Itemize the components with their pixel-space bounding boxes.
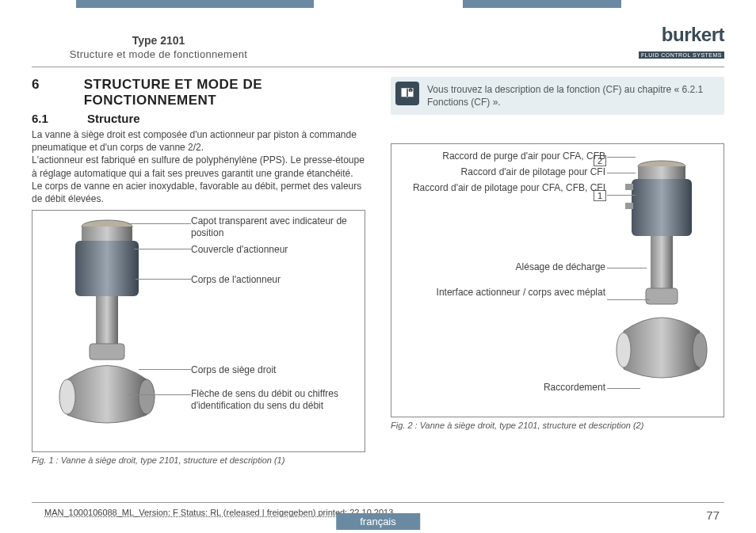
figure-1-caption: Fig. 1 : Vanne à siège droit, type 2101,… [32, 455, 365, 465]
info-note-text: Vous trouvez la description de la foncti… [427, 84, 703, 108]
svg-point-16 [617, 333, 631, 367]
svg-rect-13 [625, 203, 633, 209]
svg-point-6 [139, 379, 155, 414]
fig1-label-4: Corps de siège droit [191, 364, 276, 375]
paragraph-1: La vanne à siège droit est composée d'un… [32, 128, 365, 154]
fig2-label-5: Interface actionneur / corps avec méplat [399, 287, 605, 298]
leader-line [136, 279, 191, 280]
svg-point-17 [693, 333, 707, 367]
page-header: Type 2101 Structure et mode de fonctionn… [32, 13, 724, 60]
fig2-label-6: Raccordement [399, 382, 605, 393]
heading-6-1-num: 6.1 [32, 112, 63, 125]
top-accent-right [463, 0, 621, 8]
page-top-tabs [0, 0, 756, 8]
svg-rect-3 [96, 296, 118, 344]
fig2-label-2: Raccord d'air de pilotage pour CFI [399, 166, 605, 177]
leader-line [128, 394, 191, 395]
language-tab: français [336, 513, 420, 530]
fig2-label-3: Raccord d'air de pilotage pour CFA, CFB,… [399, 182, 605, 193]
figure-2-caption: Fig. 2 : Vanne à siège droit, type 2101,… [391, 421, 724, 430]
book-info-icon: i [395, 82, 419, 105]
logo-text: burkert [639, 24, 724, 46]
heading-6-num: 6 [32, 77, 60, 109]
heading-6: 6 STRUCTURE ET MODE DE FONCTIONNEMENT [32, 77, 365, 109]
svg-rect-10 [638, 166, 685, 179]
right-column: i Vous trouvez la description de la fonc… [391, 77, 724, 465]
svg-rect-14 [651, 236, 673, 288]
left-column: 6 STRUCTURE ET MODE DE FONCTIONNEMENT 6.… [32, 77, 365, 465]
heading-6-1-text: Structure [87, 112, 140, 125]
leader-line [139, 369, 191, 370]
leader-line [607, 299, 650, 300]
heading-6-1: 6.1 Structure [32, 112, 365, 125]
valve-illustration-1 [52, 217, 162, 447]
fig1-label-1: Capot transparent avec indicateur de pos… [191, 215, 349, 238]
fig1-label-3: Corps de l'actionneur [191, 274, 281, 285]
page-number: 77 [706, 508, 720, 522]
heading-6-text: STRUCTURE ET MODE DE FONCTIONNEMENT [84, 77, 365, 109]
top-accent-left [76, 0, 314, 8]
fig2-label-4: Alésage de décharge [399, 261, 605, 272]
svg-point-5 [59, 379, 75, 414]
svg-rect-12 [625, 184, 633, 190]
leader-line [134, 249, 191, 249]
fig1-label-5: Flèche de sens du débit ou chiffres d'id… [191, 388, 357, 411]
fig2-label-1: Raccord de purge d'air pour CFA, CFB [399, 150, 605, 162]
section-name: Structure et mode de fonctionnement [32, 48, 285, 60]
leader-line [607, 268, 647, 268]
paragraph-2: L'actionneur est fabriqué en sulfure de … [32, 154, 365, 205]
figure-2: 2 1 Raccord de purge d'air pour CFA, CFB… [391, 143, 724, 417]
logo-subtext: FLUID CONTROL SYSTEMS [639, 51, 724, 59]
brand-logo: burkert FLUID CONTROL SYSTEMS [639, 24, 724, 60]
leader-line [607, 388, 640, 389]
valve-illustration-2 [614, 158, 709, 412]
svg-rect-1 [82, 227, 132, 241]
svg-rect-4 [90, 344, 124, 360]
figure-1: Capot transparent avec indicateur de pos… [32, 210, 365, 452]
info-note: i Vous trouvez la description de la fonc… [391, 77, 724, 115]
leader-line [128, 223, 191, 224]
svg-text:i: i [410, 89, 411, 93]
fig1-label-2: Couvercle d'actionneur [191, 244, 288, 255]
svg-rect-2 [75, 241, 139, 296]
footer-rule [32, 502, 724, 503]
leader-line [607, 173, 636, 173]
svg-rect-11 [632, 179, 692, 236]
header-rule [32, 67, 724, 67]
leader-line [607, 195, 636, 196]
svg-rect-15 [646, 288, 678, 304]
doc-type: Type 2101 [32, 34, 285, 47]
leader-line [607, 157, 636, 158]
